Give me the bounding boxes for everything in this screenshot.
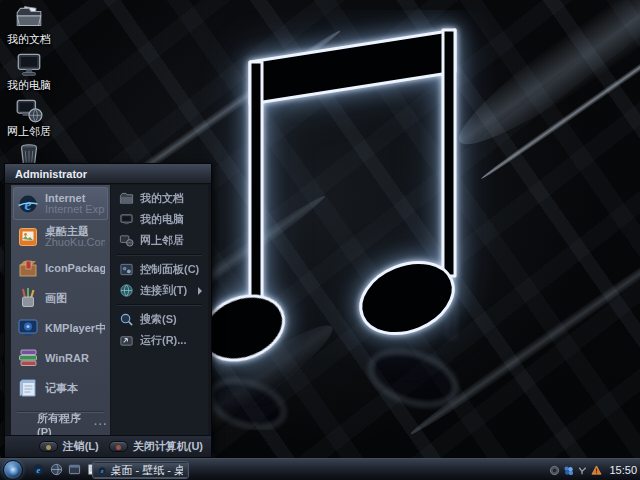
my-documents-icon bbox=[119, 191, 134, 206]
log-off-icon bbox=[39, 441, 58, 452]
menu-item-paint[interactable]: 画图 bbox=[13, 283, 108, 313]
start-menu-body: e Internet Internet Explorer bbox=[11, 185, 208, 435]
notepad-icon bbox=[16, 376, 40, 400]
menu-item-search[interactable]: 搜索(S) bbox=[111, 309, 208, 330]
menu-item-label: 连接到(T) bbox=[140, 283, 187, 298]
start-menu-footer: 注销(L) 关闭计算机(U) bbox=[5, 435, 211, 457]
menu-item-label: 网上邻居 bbox=[140, 233, 184, 248]
taskbar-clock[interactable]: 15:50 bbox=[609, 464, 637, 476]
quick-launch-ie-icon[interactable]: e bbox=[32, 463, 45, 476]
menu-item-notepad[interactable]: 记事本 bbox=[13, 373, 108, 403]
all-programs-arrow-icon: ··· bbox=[94, 418, 108, 430]
desktop-icon-my-computer[interactable]: 我的电脑 bbox=[0, 49, 58, 92]
menu-item-label: 我的文档 bbox=[140, 191, 184, 206]
internet-explorer-icon: e bbox=[16, 192, 40, 216]
separator bbox=[117, 304, 202, 306]
separator bbox=[117, 254, 202, 256]
my-documents-icon bbox=[14, 3, 44, 33]
taskbar: e e 桌面 - 壁纸 - 桌酷... bbox=[0, 458, 640, 480]
desktop-icon-label: 我的电脑 bbox=[0, 79, 58, 92]
zhuoku-theme-icon bbox=[16, 225, 40, 249]
tray-input-indicator-icon[interactable] bbox=[577, 465, 588, 476]
start-menu: Administrator e Internet Internet Explor… bbox=[4, 163, 212, 458]
task-button-label: 桌面 - 壁纸 - 桌酷... bbox=[110, 463, 183, 478]
music-note-graphic bbox=[195, 10, 495, 430]
menu-item-my-documents[interactable]: 我的文档 bbox=[111, 188, 208, 209]
desktop-icon-label: 我的文档 bbox=[0, 33, 58, 46]
kmplayer-icon bbox=[16, 316, 40, 340]
tray-messenger-icon[interactable] bbox=[563, 465, 574, 476]
desktop-icon-my-documents[interactable]: 我的文档 bbox=[0, 3, 58, 46]
control-panel-icon bbox=[119, 262, 134, 277]
network-places-icon bbox=[119, 233, 134, 248]
menu-item-my-computer[interactable]: 我的电脑 bbox=[111, 209, 208, 230]
search-icon bbox=[119, 312, 134, 327]
svg-text:e: e bbox=[101, 467, 104, 473]
paint-icon bbox=[16, 286, 40, 310]
menu-item-subtitle: ZhuoKu.Com bbox=[45, 237, 105, 248]
network-places-icon bbox=[14, 95, 44, 125]
tray-security-alert-icon[interactable] bbox=[591, 465, 602, 476]
menu-item-title: 记事本 bbox=[45, 382, 78, 394]
shut-down-label: 关闭计算机(U) bbox=[133, 439, 203, 454]
all-programs-button[interactable]: 所有程序(P) ··· bbox=[13, 415, 108, 433]
menu-item-label: 搜索(S) bbox=[140, 312, 177, 327]
menu-item-run[interactable]: 运行(R)... bbox=[111, 330, 208, 351]
system-tray: 15:50 bbox=[549, 462, 637, 478]
start-menu-places-column: 我的文档 我的电脑 网上邻居 bbox=[111, 185, 208, 435]
internet-explorer-icon: e bbox=[98, 465, 106, 476]
quick-launch-show-desktop-icon[interactable] bbox=[50, 463, 63, 476]
iconpackager-icon bbox=[16, 256, 40, 280]
desktop-icon-label: 网上邻居 bbox=[0, 125, 58, 138]
connect-to-icon bbox=[119, 283, 134, 298]
start-menu-user: Administrator bbox=[5, 164, 211, 184]
menu-item-label: 我的电脑 bbox=[140, 212, 184, 227]
my-computer-icon bbox=[14, 49, 44, 79]
menu-item-title: IconPackager bbox=[45, 262, 105, 274]
desktop-icon-network-places[interactable]: 网上邻居 bbox=[0, 95, 58, 138]
desktop: 我的文档 我的电脑 网上邻居 Administrator bbox=[0, 0, 640, 480]
quick-launch-explorer-icon[interactable] bbox=[68, 463, 81, 476]
run-icon bbox=[119, 333, 134, 348]
menu-item-winrar[interactable]: WinRAR bbox=[13, 343, 108, 373]
shut-down-button[interactable]: 关闭计算机(U) bbox=[109, 439, 203, 454]
menu-item-subtitle: Internet Explorer bbox=[45, 204, 105, 215]
start-button[interactable] bbox=[3, 460, 23, 480]
menu-item-label: 运行(R)... bbox=[140, 333, 186, 348]
menu-item-title: WinRAR bbox=[45, 352, 89, 364]
menu-item-kmplayer[interactable]: KMPlayer中文版 bbox=[13, 313, 108, 343]
taskbar-task-button[interactable]: e 桌面 - 壁纸 - 桌酷... bbox=[93, 462, 188, 478]
quick-launch-bar: e bbox=[32, 463, 99, 476]
menu-item-label: 控制面板(C) bbox=[140, 262, 199, 277]
log-off-label: 注销(L) bbox=[63, 439, 99, 454]
my-computer-icon bbox=[119, 212, 134, 227]
menu-item-title: KMPlayer中文版 bbox=[45, 322, 105, 334]
winrar-icon bbox=[16, 346, 40, 370]
log-off-button[interactable]: 注销(L) bbox=[39, 439, 99, 454]
shut-down-icon bbox=[109, 441, 128, 452]
menu-item-title: 画图 bbox=[45, 292, 67, 304]
all-programs-label: 所有程序(P) bbox=[37, 411, 88, 438]
svg-text:e: e bbox=[37, 465, 41, 475]
menu-item-iconpackager[interactable]: IconPackager bbox=[13, 253, 108, 283]
start-menu-pinned-column: e Internet Internet Explorer bbox=[11, 185, 111, 435]
menu-item-internet[interactable]: e Internet Internet Explorer bbox=[13, 187, 108, 220]
menu-item-zhuoku-theme[interactable]: 桌酷主题 ZhuoKu.Com bbox=[13, 220, 108, 253]
menu-item-control-panel[interactable]: 控制面板(C) bbox=[111, 259, 208, 280]
tray-volume-icon[interactable] bbox=[549, 465, 560, 476]
menu-item-connect-to[interactable]: 连接到(T) bbox=[111, 280, 208, 301]
menu-item-network-places[interactable]: 网上邻居 bbox=[111, 230, 208, 251]
submenu-arrow-icon bbox=[198, 287, 202, 295]
